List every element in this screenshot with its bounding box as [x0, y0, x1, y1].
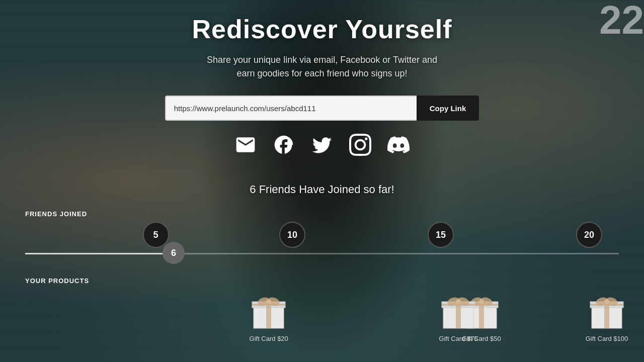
svg-point-27	[604, 299, 609, 304]
link-row: Copy Link	[165, 96, 479, 121]
product-label-4: Gift Card $100	[586, 335, 628, 342]
referral-link-input[interactable]	[165, 96, 417, 121]
svg-point-20	[456, 299, 461, 304]
milestone-10: 10	[279, 222, 305, 248]
progress-section: FRIENDS JOINED 5 10 15 20 6	[25, 210, 619, 262]
page-title: Rediscover Yourself	[192, 14, 452, 44]
twitter-share-button[interactable]	[309, 132, 335, 158]
current-position-indicator: 6	[163, 242, 185, 264]
progress-bar: 6	[25, 253, 619, 254]
your-products-label: YOUR PRODUCTS	[25, 277, 619, 285]
milestone-20: 20	[576, 222, 602, 248]
product-label-1: Gift Card $20	[250, 335, 288, 342]
instagram-share-button[interactable]	[347, 132, 373, 158]
friends-joined-label: FRIENDS JOINED	[25, 210, 619, 218]
main-content: Rediscover Yourself Share your unique li…	[0, 0, 644, 351]
email-share-button[interactable]	[232, 132, 259, 158]
gift-icon-3	[441, 291, 476, 331]
friends-count-text: 6 Friends Have Joined so far!	[250, 183, 394, 196]
gift-icon-1	[251, 291, 286, 331]
subtitle-line1: Share your unique link via email, Facebo…	[207, 55, 437, 65]
products-row: Gift Card $20 Gift Card $50	[25, 291, 619, 351]
facebook-share-button[interactable]	[271, 132, 297, 158]
milestones-wrapper: 5 10 15 20 6	[25, 222, 619, 262]
subtitle-line2: earn goodies for each friend who signs u…	[236, 68, 407, 78]
social-icons-row	[232, 132, 412, 158]
products-section: YOUR PRODUCTS	[25, 277, 619, 351]
copy-link-button[interactable]: Copy Link	[417, 96, 479, 121]
progress-bar-fill	[25, 253, 174, 254]
subtitle: Share your unique link via email, Facebo…	[207, 53, 437, 80]
product-label-3: Gift Card $75	[439, 335, 477, 342]
product-item-4: Gift Card $100	[572, 291, 642, 342]
milestone-15: 15	[428, 222, 454, 248]
product-item-3: Gift Card $75	[423, 291, 494, 342]
svg-point-6	[266, 299, 271, 304]
milestone-5: 5	[143, 222, 169, 248]
gift-icon-4	[589, 291, 624, 331]
discord-share-button[interactable]	[385, 132, 412, 158]
product-item-1: Gift Card $20	[233, 291, 304, 342]
